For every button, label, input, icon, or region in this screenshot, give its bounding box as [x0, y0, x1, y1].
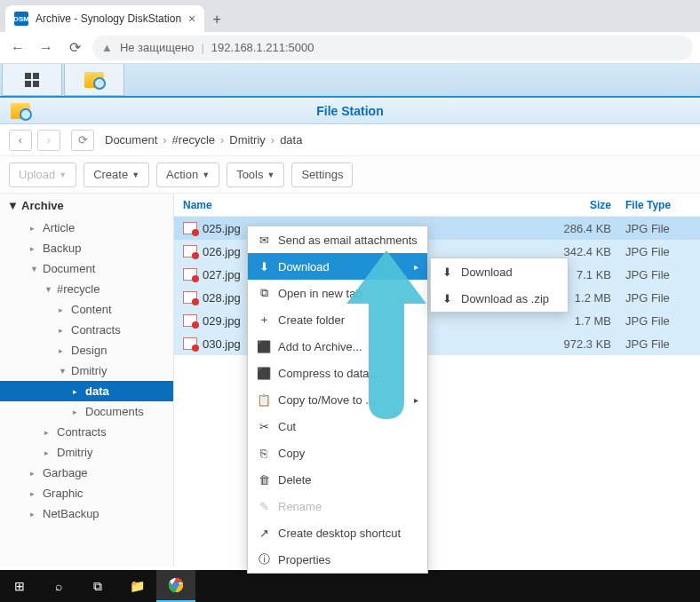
- new-tab-button[interactable]: +: [204, 7, 229, 32]
- nav-forward-button[interactable]: ›: [37, 130, 60, 151]
- address-sep: |: [201, 41, 203, 54]
- ctx-item-add-to-archive[interactable]: ⬛Add to Archive...: [248, 333, 427, 360]
- upload-button[interactable]: Upload▼: [9, 162, 76, 187]
- ctx-subitem-download-as-zip[interactable]: ⬇Download as .zip: [431, 285, 568, 312]
- sidebar-item-label: Graphic: [43, 487, 84, 500]
- browser-tab-strip: DSM Archive - Synology DiskStation × +: [0, 0, 700, 32]
- file-size: 972.3 KB: [540, 337, 620, 351]
- sidebar-item-backup[interactable]: ▸Backup: [0, 238, 173, 258]
- action-button[interactable]: Action▼: [156, 162, 219, 187]
- sidebar-item-contracts[interactable]: ▸Contracts: [0, 320, 173, 340]
- dsm-filestation-button[interactable]: [64, 64, 124, 96]
- ctx-icon: 🗑: [257, 473, 271, 487]
- start-button[interactable]: ⊞: [0, 570, 39, 602]
- ctx-icon: ⓘ: [257, 551, 271, 567]
- ctx-item-copy-to-move-to[interactable]: 📋Copy to/Move to ...▸: [248, 386, 427, 413]
- sidebar-item-design[interactable]: ▸Design: [0, 340, 173, 360]
- chrome-button[interactable]: [156, 570, 195, 602]
- back-button[interactable]: ←: [7, 37, 28, 59]
- sidebar-item-documents[interactable]: ▸Documents: [0, 401, 173, 422]
- ctx-item-cut[interactable]: ✂Cut: [248, 413, 427, 440]
- reload-button[interactable]: ⟳: [64, 37, 85, 59]
- chevron-right-icon: ▸: [30, 489, 39, 498]
- explorer-button[interactable]: 📁: [117, 570, 156, 602]
- sidebar-item-label: Design: [71, 344, 107, 357]
- context-menu: ✉Send as email attachments⬇Download▸⧉Ope…: [247, 226, 428, 574]
- sidebar-item-contracts[interactable]: ▸Contracts: [0, 422, 173, 442]
- ctx-label: Rename: [278, 500, 322, 513]
- file-type: JPG File: [620, 291, 700, 305]
- sidebar-item-label: Garbage: [43, 466, 88, 479]
- ctx-item-delete[interactable]: 🗑Delete: [248, 466, 427, 493]
- ctx-item-download[interactable]: ⬇Download▸: [248, 253, 427, 280]
- file-type: JPG File: [620, 222, 700, 235]
- sidebar-item-graphic[interactable]: ▸Graphic: [0, 483, 173, 503]
- ctx-icon: ↗: [257, 527, 271, 540]
- address-bar[interactable]: ▲ Не защищено | 192.168.1.211:5000: [92, 36, 693, 60]
- ctx-icon: ✂: [257, 420, 271, 433]
- ctx-subitem-label: Download as .zip: [461, 292, 549, 305]
- nav-back-button[interactable]: ‹: [9, 130, 32, 151]
- image-file-icon: [183, 337, 197, 350]
- browser-tab[interactable]: DSM Archive - Synology DiskStation ×: [5, 5, 204, 32]
- sidebar-item-document[interactable]: ▼Document: [0, 258, 173, 279]
- breadcrumb-item[interactable]: data: [280, 133, 302, 147]
- ctx-icon: ＋: [257, 312, 271, 328]
- ctx-label: Cut: [278, 420, 296, 433]
- dsm-main-menu-button[interactable]: [2, 64, 62, 96]
- forward-button[interactable]: →: [36, 37, 57, 59]
- sidebar-item-article[interactable]: ▸Article: [0, 218, 173, 238]
- ctx-label: Copy: [278, 447, 305, 460]
- ctx-item-properties[interactable]: ⓘProperties: [248, 546, 427, 573]
- settings-button[interactable]: Settings: [291, 162, 353, 187]
- chevron-down-icon: ▼: [44, 285, 53, 294]
- ctx-item-copy[interactable]: ⎘Copy: [248, 440, 427, 466]
- ctx-label: Open in new tab: [278, 287, 362, 300]
- breadcrumb-item[interactable]: Document: [105, 133, 157, 147]
- sidebar-item-data[interactable]: ▸data: [0, 381, 173, 401]
- image-file-icon: [183, 314, 197, 327]
- ctx-icon: 📋: [257, 393, 271, 407]
- image-file-icon: [183, 268, 197, 281]
- ctx-item-create-desktop-shortcut[interactable]: ↗Create desktop shortcut: [248, 519, 427, 546]
- sidebar-item-label: Dmitriy: [57, 446, 92, 459]
- col-size[interactable]: Size: [540, 199, 620, 211]
- sidebar-item-label: Dmitriy: [71, 364, 107, 377]
- ctx-item-compress-to-data[interactable]: ⬛Compress to data...: [248, 360, 427, 386]
- sidebar-item-recycle[interactable]: ▼#recycle: [0, 279, 173, 299]
- col-type[interactable]: File Type: [620, 199, 700, 211]
- col-name[interactable]: Name: [174, 199, 540, 211]
- sidebar-item-dmitriy[interactable]: ▼Dmitriy: [0, 360, 173, 381]
- taskview-button[interactable]: ⧉: [78, 570, 117, 602]
- sidebar-item-dmitriy[interactable]: ▸Dmitriy: [0, 442, 173, 463]
- ctx-item-send-as-email-attachments[interactable]: ✉Send as email attachments: [248, 226, 427, 253]
- breadcrumb-item[interactable]: #recycle: [172, 133, 215, 147]
- file-name: 025.jpg: [203, 222, 241, 235]
- file-type: JPG File: [620, 268, 700, 281]
- file-name: 030.jpg: [203, 337, 241, 351]
- sidebar-item-label: #recycle: [57, 282, 99, 296]
- ctx-label: Send as email attachments: [278, 234, 418, 247]
- security-text: Не защищено: [120, 41, 195, 54]
- sidebar-item-netbackup[interactable]: ▸NetBackup: [0, 503, 173, 524]
- sidebar-item-garbage[interactable]: ▸Garbage: [0, 463, 173, 483]
- ctx-icon: ⎘: [257, 447, 271, 460]
- tools-button[interactable]: Tools▼: [227, 162, 284, 187]
- context-submenu: ⬇Download⬇Download as .zip: [430, 257, 569, 313]
- ctx-label: Download: [278, 260, 330, 273]
- file-name: 028.jpg: [203, 291, 241, 305]
- nav-refresh-button[interactable]: ⟳: [71, 130, 94, 151]
- ctx-label: Create folder: [278, 313, 345, 327]
- sidebar-root[interactable]: ▼ Archive: [0, 194, 173, 218]
- chevron-right-icon: ▸: [73, 387, 82, 396]
- sidebar-item-content[interactable]: ▸Content: [0, 299, 173, 320]
- sidebar-item-label: Backup: [43, 242, 81, 255]
- breadcrumb-item[interactable]: Dmitriy: [229, 133, 265, 147]
- ctx-item-open-in-new-tab[interactable]: ⧉Open in new tab: [248, 280, 427, 306]
- ctx-subitem-download[interactable]: ⬇Download: [431, 258, 568, 285]
- ctx-item-create-folder[interactable]: ＋Create folder: [248, 306, 427, 333]
- create-button[interactable]: Create▼: [84, 162, 149, 187]
- close-icon[interactable]: ×: [188, 12, 195, 26]
- search-button[interactable]: ⌕: [39, 570, 78, 602]
- sidebar-item-label: NetBackup: [43, 507, 99, 520]
